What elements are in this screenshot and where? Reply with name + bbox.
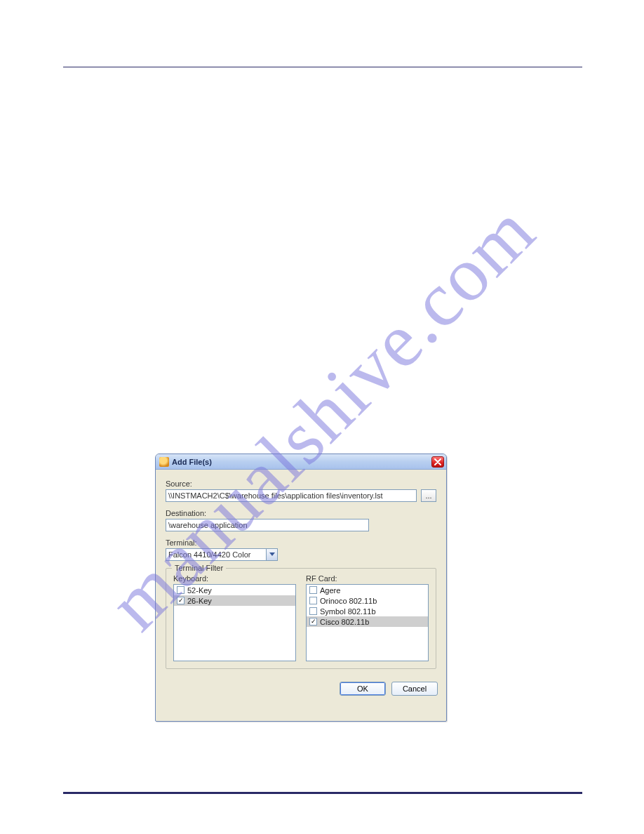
terminal-filter-group: Terminal Filter Keyboard: 52-Key26-Key R…	[166, 568, 436, 669]
checkbox-icon[interactable]	[309, 607, 317, 615]
keyboard-item-label: 26-Key	[187, 597, 212, 605]
cancel-button[interactable]: Cancel	[391, 682, 438, 696]
keyboard-listbox[interactable]: 52-Key26-Key	[173, 584, 296, 661]
source-input[interactable]	[166, 489, 417, 502]
source-label: Source:	[166, 479, 436, 488]
checkbox-icon[interactable]	[177, 597, 185, 604]
rfcard-item[interactable]: Symbol 802.11b	[307, 606, 428, 616]
terminal-label: Terminal:	[166, 538, 436, 547]
terminal-filter-legend: Terminal Filter	[172, 564, 226, 572]
ok-button[interactable]: OK	[340, 682, 386, 696]
rfcard-item-label: Cisco 802.11b	[320, 618, 369, 626]
dropdown-arrow-button[interactable]	[266, 549, 277, 560]
destination-label: Destination:	[166, 509, 436, 517]
keyboard-label: Keyboard:	[173, 574, 208, 583]
rfcard-item-label: Agere	[320, 586, 340, 595]
rfcard-item[interactable]: Orinoco 802.11b	[307, 595, 428, 606]
rfcard-listbox[interactable]: AgereOrinoco 802.11bSymbol 802.11bCisco …	[306, 584, 429, 661]
checkbox-icon[interactable]	[177, 586, 185, 594]
terminal-select[interactable]: Falcon 4410/4420 Color	[166, 548, 278, 561]
checkbox-icon[interactable]	[309, 618, 317, 626]
destination-input[interactable]	[166, 519, 369, 531]
checkbox-icon[interactable]	[309, 586, 317, 594]
titlebar[interactable]: Add File(s)	[156, 454, 446, 470]
rfcard-item-label: Orinoco 802.11b	[320, 597, 377, 605]
rfcard-item-label: Symbol 802.11b	[320, 607, 376, 616]
keyboard-item[interactable]: 26-Key	[174, 595, 295, 606]
close-icon	[434, 458, 441, 465]
close-button[interactable]	[431, 456, 444, 468]
checkbox-icon[interactable]	[309, 597, 317, 604]
rfcard-item[interactable]: Cisco 802.11b	[307, 616, 428, 627]
rfcard-label: RF Card:	[306, 574, 337, 583]
keyboard-item-label: 52-Key	[187, 586, 212, 595]
window-icon	[159, 457, 169, 467]
keyboard-item[interactable]: 52-Key	[174, 585, 295, 595]
header-rule	[63, 67, 582, 67]
chevron-down-icon	[269, 552, 275, 557]
terminal-select-value: Falcon 4410/4420 Color	[166, 550, 266, 559]
add-files-dialog: Add File(s) Source: ... Destination: Ter…	[155, 454, 447, 722]
browse-button[interactable]: ...	[421, 489, 436, 502]
window-title: Add File(s)	[172, 458, 431, 466]
rfcard-item[interactable]: Agere	[307, 585, 428, 595]
footer-rule	[63, 792, 582, 794]
